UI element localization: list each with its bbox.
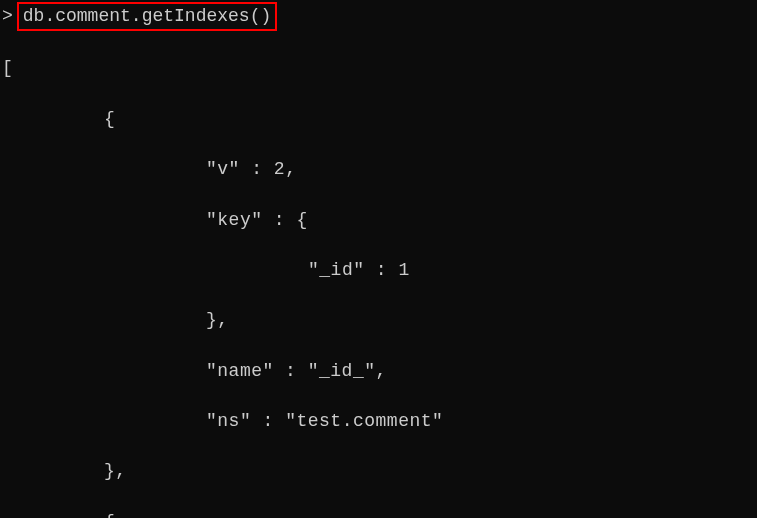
- object-open: {: [104, 109, 115, 129]
- command-text[interactable]: db.comment.getIndexes(): [23, 6, 271, 26]
- prompt-symbol: >: [2, 4, 13, 29]
- field-key: "key" : {: [206, 210, 308, 230]
- object-close: },: [104, 461, 127, 481]
- key-field-id: "_id" : 1: [308, 260, 410, 280]
- field-v: "v" : 2,: [206, 159, 296, 179]
- highlighted-command-box: db.comment.getIndexes(): [17, 2, 277, 31]
- object-open: {: [104, 512, 115, 518]
- output-block: [ { "v" : 2, "key" : { "_id" : 1 }, "nam…: [2, 31, 755, 518]
- field-ns: "ns" : "test.comment": [206, 411, 443, 431]
- array-open: [: [2, 58, 13, 78]
- field-name: "name" : "_id_",: [206, 361, 387, 381]
- command-line: > db.comment.getIndexes(): [2, 2, 755, 31]
- key-close: },: [206, 310, 229, 330]
